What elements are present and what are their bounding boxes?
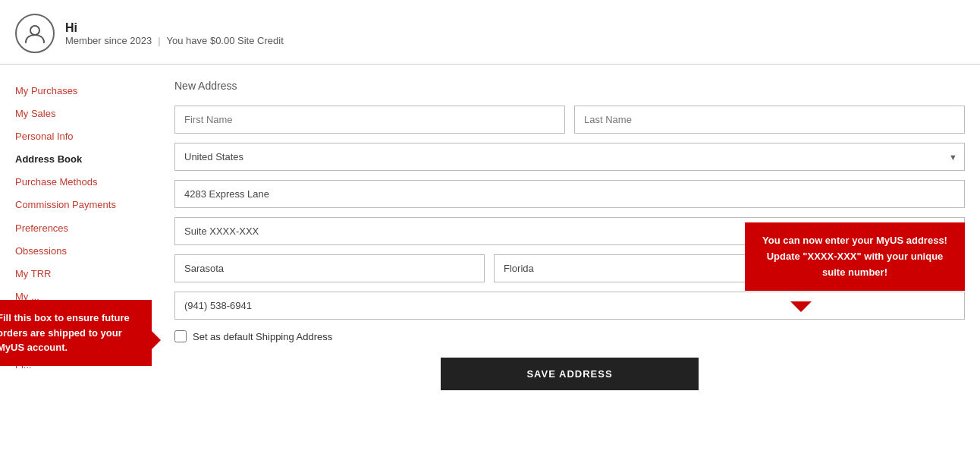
phone-input[interactable] xyxy=(174,292,965,320)
city-group xyxy=(174,254,485,282)
last-name-group xyxy=(574,106,965,134)
svg-point-0 xyxy=(30,26,39,35)
last-name-input[interactable] xyxy=(574,106,965,134)
sidebar-item-purchase-methods[interactable]: Purchase Methods xyxy=(15,171,152,194)
main-layout: My Purchases My Sales Personal Info Addr… xyxy=(0,65,980,405)
first-name-group xyxy=(174,106,565,134)
address1-input[interactable] xyxy=(174,180,965,208)
address1-row xyxy=(174,180,965,208)
sidebar-item-my-purchases[interactable]: My Purchases xyxy=(15,80,152,102)
sidebar-item-personal-info[interactable]: Personal Info xyxy=(15,125,152,148)
sidebar-item-commission-payments[interactable]: Commission Payments xyxy=(15,194,152,216)
header-sub: Member since 2023 | You have $0.00 Site … xyxy=(65,35,284,46)
tooltip-right: You can now enter your MyUS address! Upd… xyxy=(745,222,965,291)
site-credit: You have $0.00 Site Credit xyxy=(167,35,284,46)
save-address-button[interactable]: SAVE ADDRESS xyxy=(441,358,699,390)
default-shipping-label: Set as default Shipping Address xyxy=(193,331,332,342)
section-title: New Address xyxy=(174,80,965,92)
member-since: Member since 2023 xyxy=(65,35,152,46)
sidebar-item-preferences[interactable]: Preferences xyxy=(15,217,152,240)
page-header: Hi Member since 2023 | You have $0.00 Si… xyxy=(0,0,980,65)
sidebar-item-address-book[interactable]: Address Book xyxy=(15,148,152,171)
name-row xyxy=(174,106,965,134)
first-name-input[interactable] xyxy=(174,106,565,134)
address1-group xyxy=(174,180,965,208)
header-info: Hi Member since 2023 | You have $0.00 Si… xyxy=(65,21,284,46)
phone-group xyxy=(174,292,965,320)
default-shipping-checkbox[interactable] xyxy=(174,330,187,342)
country-select[interactable]: United States Canada United Kingdom Aust… xyxy=(174,143,965,171)
phone-row xyxy=(174,292,965,320)
sidebar-item-my-sales[interactable]: My Sales xyxy=(15,102,152,125)
header-divider: | xyxy=(158,35,160,46)
avatar xyxy=(15,14,55,53)
greeting: Hi xyxy=(65,21,284,35)
sidebar-item-obsessions[interactable]: Obsessions xyxy=(15,240,152,263)
sidebar-item-my-trr[interactable]: My TRR xyxy=(15,263,152,285)
country-group: United States Canada United Kingdom Aust… xyxy=(174,143,965,171)
city-input[interactable] xyxy=(174,254,485,282)
country-row: United States Canada United Kingdom Aust… xyxy=(174,143,965,171)
content-area: Fill this box to ensure future orders ar… xyxy=(152,80,965,390)
tooltip-left: Fill this box to ensure future orders ar… xyxy=(0,300,152,366)
default-shipping-row: Set as default Shipping Address xyxy=(174,330,965,342)
